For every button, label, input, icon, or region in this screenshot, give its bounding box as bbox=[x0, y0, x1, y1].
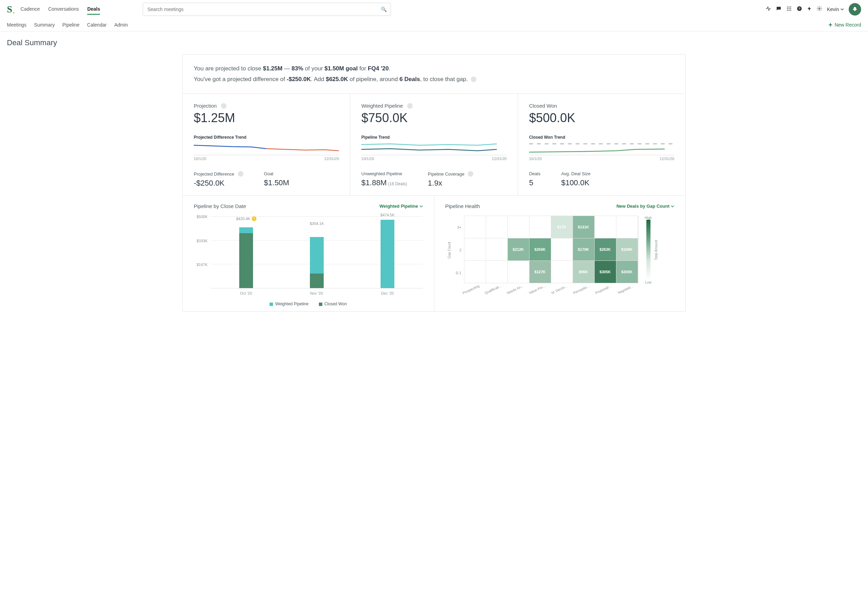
heat-cell[interactable] bbox=[464, 216, 486, 238]
sub-label: Projected Difference bbox=[194, 171, 244, 177]
metric-card: Projection $1.25M Projected Difference T… bbox=[183, 94, 350, 195]
panel-title: Pipeline Health bbox=[445, 203, 480, 209]
heat-cell[interactable] bbox=[508, 260, 530, 283]
heat-cell[interactable]: $109K bbox=[616, 238, 638, 261]
summary-container: You are projected to close $1.25M — 83% … bbox=[182, 54, 686, 312]
sparkline bbox=[529, 142, 674, 154]
svg-point-7 bbox=[789, 10, 790, 11]
subnav-meetings[interactable]: Meetings bbox=[7, 22, 27, 28]
info-icon[interactable] bbox=[468, 171, 473, 177]
sub-label: Avg. Deal Size bbox=[561, 171, 590, 176]
bar-chart: $167K $333K $500K $420.4K ! $354.1K bbox=[194, 216, 423, 299]
search-input[interactable] bbox=[143, 3, 391, 16]
bar-column[interactable]: $420.4K ! bbox=[236, 216, 257, 288]
bar-closed bbox=[239, 233, 253, 288]
trend-label: Closed Won Trend bbox=[529, 135, 674, 140]
trend-label: Pipeline Trend bbox=[361, 135, 506, 140]
bar-label: $420.4K ! bbox=[236, 210, 257, 227]
logo[interactable]: S bbox=[7, 4, 12, 15]
heat-cell[interactable]: $200K bbox=[616, 260, 638, 283]
help-icon[interactable]: ? bbox=[797, 6, 802, 13]
avatar[interactable] bbox=[849, 3, 861, 16]
heat-cell[interactable] bbox=[616, 216, 638, 238]
info-icon[interactable] bbox=[471, 77, 477, 82]
sub-label: Goal bbox=[264, 171, 289, 176]
tab-cadence[interactable]: Cadence bbox=[21, 4, 40, 15]
heat-y-tick: 2 bbox=[451, 239, 462, 262]
heat-cell[interactable]: $212K bbox=[508, 238, 530, 261]
heat-cell[interactable] bbox=[486, 260, 508, 283]
svg-point-5 bbox=[790, 8, 791, 9]
info-icon[interactable] bbox=[221, 103, 226, 109]
heat-cell[interactable] bbox=[594, 216, 616, 238]
sub-label: Pipeline Coverage bbox=[428, 171, 473, 177]
trend-label: Projected Difference Trend bbox=[194, 135, 339, 140]
top-tabs: Cadence Conversations Deals bbox=[21, 4, 100, 15]
heat-cell[interactable]: $170K bbox=[573, 238, 595, 261]
user-menu[interactable]: Kevin bbox=[827, 7, 844, 12]
sparkline bbox=[361, 142, 506, 154]
sub-value: $1.50M bbox=[264, 178, 289, 187]
bar-column[interactable]: $354.1K bbox=[307, 216, 327, 288]
subnav-summary[interactable]: Summary bbox=[34, 22, 55, 28]
subnav-admin[interactable]: Admin bbox=[114, 22, 128, 28]
heat-cell[interactable] bbox=[486, 238, 508, 261]
x-tick: Nov '20 bbox=[310, 291, 323, 295]
heat-cell[interactable]: $17K bbox=[551, 216, 573, 238]
info-icon[interactable] bbox=[238, 171, 244, 177]
heat-cell[interactable] bbox=[508, 216, 530, 238]
gear-icon[interactable] bbox=[816, 6, 822, 13]
sub-metric: Avg. Deal Size $100.0K bbox=[561, 171, 590, 187]
heat-y-tick: 3+ bbox=[451, 216, 462, 239]
heat-cell[interactable] bbox=[464, 238, 486, 261]
bar-column[interactable]: $474.5K bbox=[377, 216, 398, 288]
sub-metric: Pipeline Coverage 1.9x bbox=[428, 171, 473, 188]
warning-icon[interactable]: ! bbox=[252, 216, 257, 221]
heat-cell[interactable]: $131K bbox=[573, 216, 595, 238]
heat-cell[interactable]: $263K bbox=[594, 238, 616, 261]
heat-cell[interactable] bbox=[486, 216, 508, 238]
heat-cell[interactable] bbox=[464, 260, 486, 283]
card-value: $1.25M bbox=[194, 111, 339, 125]
bar-legend: Weighted Pipeline Closed Won bbox=[194, 302, 423, 306]
svg-point-2 bbox=[790, 7, 791, 7]
bar-label: $354.1K bbox=[310, 210, 324, 237]
user-name-text: Kevin bbox=[827, 7, 839, 12]
tab-conversations[interactable]: Conversations bbox=[48, 4, 79, 15]
heat-cell[interactable] bbox=[551, 238, 573, 261]
heat-cell[interactable]: $250K bbox=[529, 238, 551, 261]
search-icon[interactable]: 🔍 bbox=[381, 7, 387, 12]
svg-point-0 bbox=[787, 7, 788, 7]
svg-point-6 bbox=[787, 10, 788, 11]
activity-icon[interactable] bbox=[766, 6, 771, 13]
info-icon[interactable] bbox=[407, 103, 413, 109]
gap-count-dropdown[interactable]: New Deals by Gap Count bbox=[616, 204, 674, 209]
bolt-icon[interactable] bbox=[807, 6, 812, 13]
forecast-message: You are projected to close $1.25M — 83% … bbox=[183, 55, 685, 94]
subnav-calendar[interactable]: Calendar bbox=[87, 22, 107, 28]
tab-deals[interactable]: Deals bbox=[87, 4, 100, 15]
subnav-pipeline[interactable]: Pipeline bbox=[62, 22, 80, 28]
heat-cell[interactable]: $96K bbox=[573, 260, 595, 283]
bar-label: $474.5K bbox=[381, 210, 395, 220]
search-box: 🔍 bbox=[143, 3, 391, 16]
x-tick: Oct '20 bbox=[240, 291, 252, 295]
heat-cell[interactable] bbox=[529, 216, 551, 238]
topbar: S Cadence Conversations Deals 🔍 ? Kevin bbox=[0, 0, 868, 19]
chat-icon[interactable] bbox=[776, 6, 781, 13]
metric-card: Weighted Pipeline $750.0K Pipeline Trend… bbox=[350, 94, 518, 195]
svg-point-1 bbox=[789, 7, 790, 7]
heatmap: Gap Count 3+20-1 $17K$131K$212K$250K$170… bbox=[445, 216, 675, 284]
svg-point-4 bbox=[789, 8, 790, 9]
apps-icon[interactable] bbox=[786, 6, 792, 13]
sub-label: Deals bbox=[529, 171, 540, 176]
chevron-down-icon bbox=[671, 204, 674, 208]
sub-value: 1.9x bbox=[428, 179, 473, 188]
heat-cell[interactable] bbox=[551, 260, 573, 283]
sub-metric: Goal $1.50M bbox=[264, 171, 289, 188]
weighted-pipeline-dropdown[interactable]: Weighted Pipeline bbox=[379, 204, 423, 209]
heat-cell[interactable]: $127K bbox=[529, 260, 551, 283]
chevron-down-icon bbox=[419, 204, 423, 208]
new-record-button[interactable]: New Record bbox=[828, 22, 861, 28]
heat-cell[interactable]: $305K bbox=[594, 260, 616, 283]
